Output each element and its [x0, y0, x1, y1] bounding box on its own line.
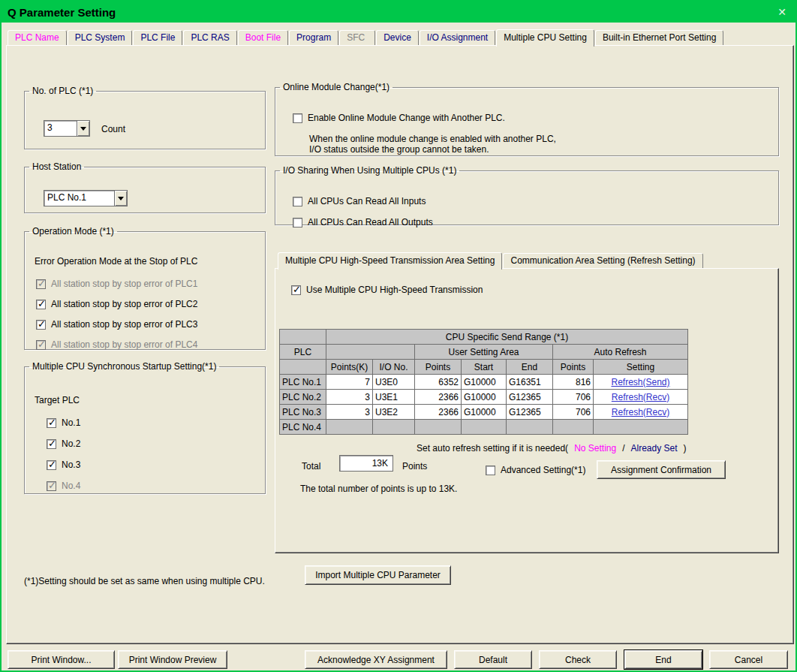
tab-plc-system[interactable]: PLC System	[68, 30, 133, 45]
checkbox-stop-error-plc1[interactable]: All station stop by stop error of PLC1	[36, 279, 197, 289]
checkbox-advanced-setting[interactable]: Advanced Setting(*1)	[486, 465, 585, 475]
checkbox-box	[486, 466, 495, 475]
points-k-cell[interactable]: 3	[326, 405, 373, 420]
checkbox-target-plc-no2[interactable]: No.2	[47, 438, 80, 449]
title-bar: Q Parameter Setting ✕	[2, 2, 795, 23]
check-button[interactable]: Check	[539, 650, 617, 669]
end-cell: G16351	[507, 375, 553, 390]
group-online-module-change-legend: Online Module Change(*1)	[280, 82, 392, 92]
checkbox-stop-error-plc4[interactable]: All station stop by stop error of PLC4	[36, 339, 197, 350]
print-window-button[interactable]: Print Window...	[8, 650, 115, 669]
checkbox-label: All CPUs Can Read All Outputs	[308, 217, 433, 228]
start-header: Start	[462, 360, 507, 375]
points-cell: 2366	[415, 390, 462, 405]
window-title: Q Parameter Setting	[8, 6, 116, 19]
checkbox-label: No.1	[62, 417, 80, 428]
end-cell: G12365	[507, 405, 553, 420]
tab-sfc[interactable]: SFC	[339, 30, 375, 45]
group-host-station: Host Station PLC No.1	[24, 161, 266, 213]
group-io-sharing: I/O Sharing When Using Multiple CPUs (*1…	[275, 165, 779, 225]
no-of-plc-select[interactable]: 3	[44, 120, 90, 137]
assignment-confirmation-button[interactable]: Assignment Confirmation	[597, 460, 726, 479]
table-row-plc3: PLC No.3 3 U3E2 2366 G10000 G12365 706 R…	[280, 405, 688, 420]
io-no-cell: U3E1	[373, 390, 415, 405]
tab-plc-file[interactable]: PLC File	[133, 30, 182, 45]
user-setting-area-header: User Setting Area	[415, 345, 553, 360]
online-module-note-line1: When the online module change is enabled…	[309, 134, 556, 144]
target-plc-label: Target PLC	[35, 395, 80, 405]
tab-high-speed-transmission-area[interactable]: Multiple CPU High-Speed Transmission Are…	[278, 252, 502, 270]
tab-io-assignment[interactable]: I/O Assignment	[420, 30, 495, 45]
checkbox-box	[47, 460, 56, 470]
points-k-cell[interactable]: 7	[326, 375, 373, 390]
tab-plc-name[interactable]: PLC Name	[8, 30, 67, 45]
host-station-select[interactable]: PLC No.1	[44, 190, 128, 206]
tab-multiple-cpu-setting[interactable]: Multiple CPU Setting	[496, 29, 594, 47]
checkbox-enable-online-module-change[interactable]: Enable Online Module Change with Another…	[293, 113, 505, 123]
group-operation-mode-legend: Operation Mode (*1)	[29, 226, 117, 237]
checkbox-box	[47, 481, 56, 491]
points-k-cell[interactable]: 3	[326, 390, 373, 405]
checkbox-use-high-speed-transmission[interactable]: Use Multiple CPU High-Speed Transmission	[291, 285, 483, 295]
checkbox-target-plc-no1[interactable]: No.1	[47, 417, 80, 428]
main-tab-strip: PLC Name PLC System PLC File PLC RAS Boo…	[8, 29, 724, 45]
note-separator: /	[622, 443, 624, 454]
checkbox-box	[293, 197, 302, 206]
checkbox-stop-error-plc2[interactable]: All station stop by stop error of PLC2	[36, 299, 197, 309]
tab-communication-area-setting[interactable]: Communication Area Setting (Refresh Sett…	[503, 253, 702, 268]
high-speed-transmission-page: Use Multiple CPU High-Speed Transmission…	[275, 268, 779, 553]
dropdown-arrow-icon	[77, 121, 89, 136]
online-module-note-line2: I/O status outside the group cannot be t…	[309, 144, 489, 155]
points-k-header: Points(K)	[326, 360, 373, 375]
refresh-recv-link[interactable]: Refresh(Recv)	[612, 392, 669, 402]
no-setting-label: No Setting	[574, 443, 616, 454]
table-row-plc1: PLC No.1 7 U3E0 6352 G10000 G16351 816 R…	[280, 375, 688, 390]
q-parameter-setting-dialog: Q Parameter Setting ✕ PLC Name PLC Syste…	[0, 0, 797, 672]
import-multiple-cpu-parameter-button[interactable]: Import Multiple CPU Parameter	[305, 565, 451, 585]
refresh-points-cell: 816	[553, 375, 594, 390]
print-window-preview-button[interactable]: Print Window Preview	[118, 650, 227, 669]
end-cell	[507, 420, 553, 435]
tab-plc-ras[interactable]: PLC RAS	[183, 30, 236, 45]
group-no-of-plc-legend: No. of PLC (*1)	[29, 86, 96, 96]
checkbox-label: Advanced Setting(*1)	[501, 465, 585, 475]
group-io-sharing-legend: I/O Sharing When Using Multiple CPUs (*1…	[280, 165, 459, 176]
refresh-recv-link[interactable]: Refresh(Recv)	[612, 407, 669, 417]
checkbox-read-all-inputs[interactable]: All CPUs Can Read All Inputs	[293, 196, 426, 206]
acknowledge-xy-assignment-button[interactable]: Acknowledge XY Assignment	[305, 650, 447, 669]
auto-refresh-note-pre: Set auto refresh setting if it is needed…	[417, 443, 568, 454]
checkbox-label: All station stop by stop error of PLC3	[51, 319, 197, 330]
total-points-field: 13K	[339, 455, 393, 472]
io-no-cell: U3E0	[373, 375, 415, 390]
refresh-send-link[interactable]: Refresh(Send)	[611, 377, 669, 387]
plc-header: PLC	[280, 345, 326, 360]
refresh-points-header: Points	[553, 360, 594, 375]
cancel-button[interactable]: Cancel	[709, 650, 788, 669]
checkbox-label: All station stop by stop error of PLC1	[51, 279, 197, 289]
checkbox-read-all-outputs[interactable]: All CPUs Can Read All Outputs	[293, 217, 433, 228]
no-of-plc-value: 3	[44, 121, 77, 136]
refresh-points-cell: 706	[553, 405, 594, 420]
checkbox-label: All station stop by stop error of PLC4	[51, 339, 197, 350]
end-header: End	[507, 360, 553, 375]
points-cell	[415, 420, 462, 435]
tab-program[interactable]: Program	[289, 30, 338, 45]
end-button[interactable]: End	[624, 650, 702, 669]
close-icon[interactable]: ✕	[777, 6, 786, 18]
checkbox-label: All station stop by stop error of PLC2	[51, 299, 197, 309]
table-header-row: CPU Specific Send Range (*1)	[280, 330, 688, 345]
checkbox-stop-error-plc3[interactable]: All station stop by stop error of PLC3	[36, 319, 197, 330]
auto-refresh-note-post: )	[684, 443, 687, 454]
tab-boot-file[interactable]: Boot File	[238, 30, 288, 45]
tab-device[interactable]: Device	[376, 30, 419, 45]
checkbox-box	[36, 300, 46, 309]
checkbox-box	[47, 439, 56, 449]
checkbox-label: No.4	[62, 481, 80, 491]
tab-built-in-ethernet[interactable]: Built-in Ethernet Port Setting	[595, 30, 723, 45]
end-cell: G12365	[507, 390, 553, 405]
default-button[interactable]: Default	[454, 650, 532, 669]
io-no-cell: U3E2	[373, 405, 415, 420]
count-label: Count	[101, 124, 125, 134]
checkbox-target-plc-no3[interactable]: No.3	[47, 460, 80, 470]
checkbox-target-plc-no4[interactable]: No.4	[47, 481, 80, 491]
